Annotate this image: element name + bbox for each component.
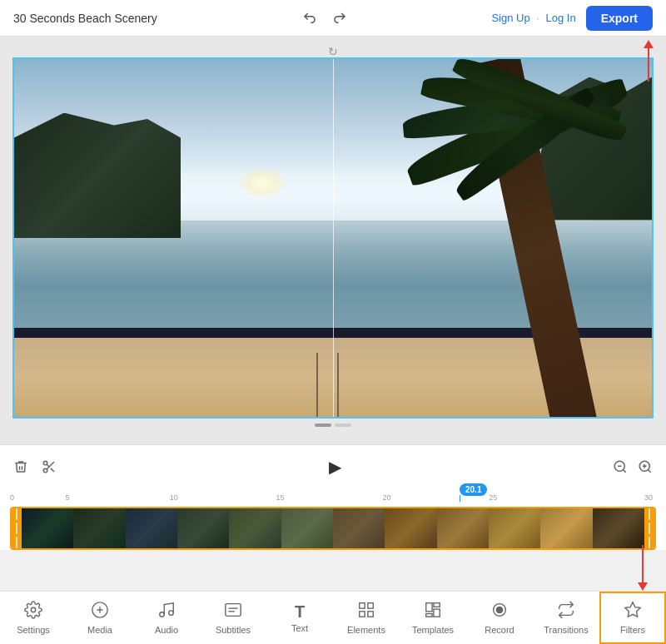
video-preview[interactable]	[12, 57, 654, 419]
frame-0	[22, 508, 73, 548]
nav-record[interactable]: Record	[466, 592, 533, 644]
undo-redo-group	[297, 7, 352, 29]
header-right: Sign Up · Log In Export	[491, 6, 653, 31]
play-button[interactable]: ▶	[329, 457, 341, 477]
header: 30 Seconds Beach Scenery Sign Up · Log I…	[0, 0, 666, 37]
frame-9	[489, 508, 540, 548]
svg-marker-31	[625, 602, 640, 617]
arrow-head-up	[644, 40, 654, 48]
nav-templates[interactable]: Templates	[400, 592, 466, 644]
handle-line	[649, 537, 650, 548]
svg-line-3	[51, 468, 54, 472]
svg-rect-26	[434, 603, 440, 607]
svg-rect-18	[226, 604, 241, 617]
nav-settings[interactable]: Settings	[0, 592, 67, 644]
nav-filters-label: Filters	[620, 625, 645, 635]
undo-button[interactable]	[297, 7, 322, 29]
zoom-controls	[609, 456, 656, 478]
text-icon: T	[295, 603, 305, 620]
scissors-button[interactable]	[38, 456, 60, 478]
redo-button[interactable]	[327, 7, 352, 29]
frame-8	[437, 508, 489, 548]
frame-2	[126, 508, 177, 548]
export-arrow-indicator	[644, 40, 654, 82]
dot-1	[315, 424, 331, 427]
frame-10	[540, 508, 592, 548]
svg-line-9	[648, 469, 650, 472]
transitions-icon	[557, 601, 575, 622]
left-trees	[14, 113, 181, 239]
elements-icon	[357, 601, 375, 622]
nav-transitions-label: Transitions	[544, 625, 588, 635]
svg-rect-24	[368, 612, 373, 617]
nav-filters[interactable]: Filters	[599, 592, 666, 644]
audio-icon	[157, 601, 176, 622]
video-frame	[14, 59, 652, 417]
frame-5	[281, 508, 333, 548]
nav-subtitles[interactable]: Subtitles	[200, 592, 266, 644]
sign-up-link[interactable]: Sign Up	[491, 12, 529, 24]
ruler-mark-10: 10	[121, 493, 227, 502]
arrow-head-down	[638, 582, 648, 591]
ruler-mark-15: 15	[227, 493, 334, 502]
playhead-time: 20.1	[460, 483, 487, 496]
svg-line-4	[47, 464, 49, 467]
auth-separator: ·	[536, 12, 539, 24]
handle-line	[16, 508, 17, 520]
svg-line-6	[623, 469, 625, 472]
nav-subtitles-label: Subtitles	[216, 625, 251, 635]
trash-button[interactable]	[10, 456, 32, 478]
handle-line	[649, 523, 650, 534]
frame-6	[333, 508, 385, 548]
nav-settings-label: Settings	[17, 625, 50, 635]
handle-line	[649, 508, 650, 520]
settings-icon	[24, 601, 42, 622]
nav-elements-label: Elements	[347, 625, 385, 635]
loading-icon: ↻	[328, 45, 338, 58]
ruler-mark-20: 20	[334, 493, 440, 502]
zoom-out-button[interactable]	[609, 456, 631, 478]
frame-7	[385, 508, 436, 548]
filters-icon	[624, 601, 642, 622]
media-icon	[91, 601, 109, 622]
ruler-mark-25: 25	[440, 493, 546, 502]
svg-rect-22	[368, 603, 373, 608]
arrow-line-bottom	[642, 545, 644, 582]
sun	[237, 166, 287, 200]
frame-4	[229, 508, 281, 548]
pagination-dots	[315, 424, 351, 427]
svg-rect-27	[434, 609, 440, 617]
nav-media[interactable]: Media	[67, 592, 133, 644]
ruler-mark-5: 5	[14, 493, 121, 502]
svg-point-0	[43, 461, 47, 465]
export-button[interactable]: Export	[586, 6, 653, 31]
nav-audio[interactable]: Audio	[133, 592, 200, 644]
palm-leaves	[335, 59, 627, 209]
timeline-toolbar: ▶	[0, 452, 666, 482]
track-handle-right[interactable]	[644, 508, 654, 548]
handle-line	[16, 523, 17, 534]
track-handle-left[interactable]	[12, 508, 22, 548]
zoom-in-button[interactable]	[634, 456, 656, 478]
templates-icon	[424, 601, 442, 622]
track-frames	[22, 508, 644, 548]
nav-text[interactable]: T Text	[266, 592, 333, 644]
filters-arrow-indicator	[638, 545, 648, 591]
svg-point-1	[43, 468, 47, 473]
frame-3	[177, 508, 229, 548]
dot-2	[335, 424, 351, 427]
svg-rect-21	[360, 603, 365, 608]
video-track[interactable]	[10, 507, 656, 550]
frame-11	[593, 508, 644, 548]
svg-rect-28	[426, 614, 432, 617]
header-center	[297, 7, 352, 29]
nav-transitions[interactable]: Transitions	[533, 592, 599, 644]
nav-templates-label: Templates	[412, 625, 454, 635]
svg-point-12	[31, 607, 36, 612]
svg-point-30	[496, 607, 502, 612]
nav-elements[interactable]: Elements	[333, 592, 400, 644]
log-in-link[interactable]: Log In	[546, 12, 576, 24]
handle-lines-right	[649, 508, 650, 548]
svg-point-16	[160, 612, 165, 617]
arrow-line-top	[648, 48, 649, 82]
